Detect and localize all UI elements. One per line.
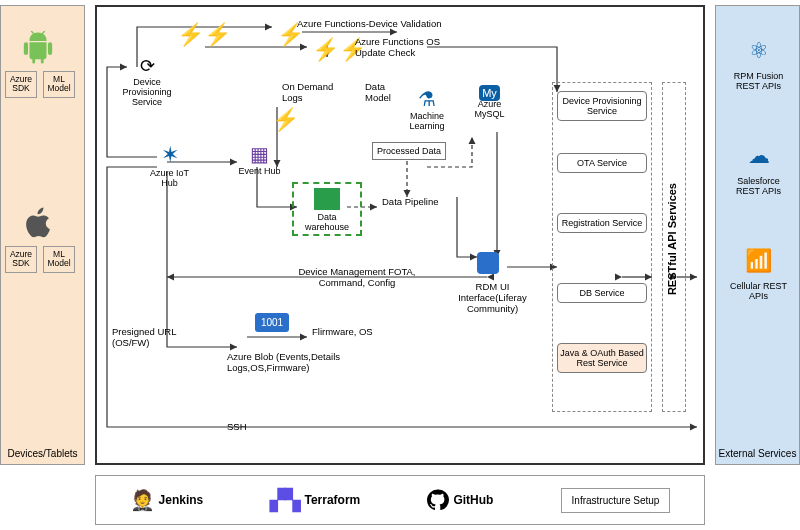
ml-label: Machine Learning (409, 111, 444, 131)
restful-label: RESTful API Services (666, 183, 678, 295)
azure-fn-validation-label: Azure Functions-Device Validation (297, 19, 442, 30)
apple-icon (21, 206, 55, 242)
firmware-label: Flirmware, OS (312, 327, 382, 338)
presigned-label: Presigned URL (OS/FW) (112, 327, 182, 349)
event-hub-icon: ▦Event Hub (232, 142, 287, 176)
ml-icon: ⚗Machine Learning (402, 87, 452, 131)
svc-registration: Registration Service (557, 213, 647, 233)
azure-blob-icon: 1001 (237, 317, 307, 328)
jenkins-item: 🤵 Jenkins (130, 488, 204, 512)
svc-java-oauth: Java & OAuth Based Rest Service (557, 343, 647, 373)
azure-function-icon-1: ⚡⚡ (177, 22, 231, 48)
external-services-panel: ⚛ RPM Fusion REST APIs ☁ Salesforce REST… (715, 5, 800, 465)
cloud-icon: ☁ (739, 136, 779, 176)
svc-ota: OTA Service (557, 153, 647, 173)
restful-api-box: RESTful API Services (662, 82, 686, 412)
github-item: GitHub (427, 489, 493, 511)
data-warehouse-box: Data warehouse (292, 182, 362, 236)
salesforce-label: Salesforce REST APIs (736, 176, 781, 196)
atom-icon: ⚛ (739, 31, 779, 71)
ssh-label: SSH (227, 422, 247, 433)
services-column: Device Provisioning Service OTA Service … (552, 82, 652, 412)
infrastructure-panel: 🤵 Jenkins ▞▚ Terraform GitHub Infrastruc… (95, 475, 705, 525)
dev-prov-label: Device Provisioning Service (122, 77, 171, 107)
on-demand-logs-label: On Demand Logs (282, 82, 352, 104)
warehouse-label: Data warehouse (296, 212, 358, 232)
infra-setup-box: Infrastructure Setup (561, 488, 671, 513)
cellular-label: Cellular REST APIs (730, 281, 787, 301)
jenkins-icon: 🤵 (130, 488, 155, 512)
mysql-icon: MyAzure MySQL (467, 87, 512, 119)
rdm-icon (477, 252, 499, 276)
dev-mgmt-label: Device Management FOTA, Command, Config (297, 267, 417, 289)
rpm-fusion-label: RPM Fusion REST APIs (734, 71, 784, 91)
rpm-fusion-item: ⚛ RPM Fusion REST APIs (726, 31, 791, 91)
terraform-item: ▞▚ Terraform (270, 488, 360, 512)
device-provisioning-icon: ⟳Device Provisioning Service (122, 55, 172, 107)
terraform-label: Terraform (304, 493, 360, 507)
svc-device-provisioning: Device Provisioning Service (557, 91, 647, 121)
devices-label: Devices/Tablets (1, 448, 84, 459)
processed-data-box: Processed Data (372, 142, 446, 160)
github-label: GitHub (453, 493, 493, 507)
android-icon (21, 31, 55, 67)
iot-hub-icon: ✶Azure IoT Hub (142, 142, 197, 188)
terraform-icon: ▞▚ (270, 488, 300, 512)
android-ml-box: ML Model (43, 71, 75, 98)
antenna-icon: 📶 (739, 241, 779, 281)
apple-ml-box: ML Model (43, 246, 75, 273)
azure-function-icon-4: ⚡ (272, 107, 299, 133)
architecture-panel: ⚡⚡ ⚡ Azure Functions-Device Validation ⚡… (95, 5, 705, 465)
salesforce-item: ☁ Salesforce REST APIs (726, 136, 791, 196)
azure-fn-os-label: Azure Functions OS Update Check (355, 37, 465, 59)
mysql-label: Azure MySQL (474, 99, 504, 119)
cellular-item: 📶 Cellular REST APIs (726, 241, 791, 301)
jenkins-label: Jenkins (159, 493, 204, 507)
apple-sdk-box: Azure SDK (5, 246, 37, 273)
external-label: External Services (716, 448, 799, 459)
iot-hub-label: Azure IoT Hub (150, 168, 189, 188)
devices-panel: Azure SDK ML Model Azure SDK ML Model De… (0, 5, 85, 465)
svc-db: DB Service (557, 283, 647, 303)
pipeline-label: Data Pipeline (382, 197, 439, 208)
rdm-label: RDM UI Interface(Liferay Community) (445, 282, 540, 315)
azure-blob-label: Azure Blob (Events,Details Logs,OS,Firmw… (227, 352, 347, 374)
github-icon (427, 489, 449, 511)
android-sdk-box: Azure SDK (5, 71, 37, 98)
event-hub-label: Event Hub (238, 166, 280, 176)
